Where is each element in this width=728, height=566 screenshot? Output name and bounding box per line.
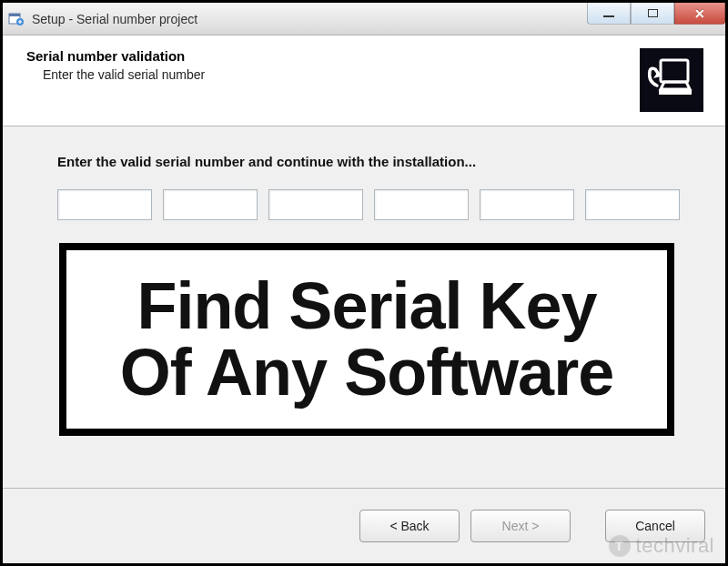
window-title: Setup - Serial number project: [32, 12, 197, 26]
overlay-caption: Find Serial Key Of Any Software: [59, 243, 674, 436]
serial-field-5[interactable]: [480, 189, 574, 220]
wizard-header-text: Serial number validation Enter the valid…: [26, 48, 205, 82]
wizard-header: Serial number validation Enter the valid…: [3, 35, 725, 126]
wizard-subheading: Enter the valid serial number: [43, 67, 205, 82]
svg-rect-4: [659, 89, 692, 95]
close-button[interactable]: ✕: [674, 3, 725, 25]
instruction-text: Enter the valid serial number and contin…: [57, 154, 680, 169]
svg-rect-1: [9, 14, 20, 16]
serial-field-1[interactable]: [57, 189, 152, 220]
back-button[interactable]: < Back: [359, 510, 460, 542]
next-button[interactable]: Next >: [470, 510, 571, 542]
watermark-icon: T: [609, 535, 631, 557]
overlay-line-2: Of Any Software: [120, 339, 613, 406]
serial-field-6[interactable]: [585, 189, 680, 220]
maximize-icon: [648, 9, 658, 17]
svg-rect-3: [661, 60, 688, 82]
serial-field-2[interactable]: [163, 189, 258, 220]
titlebar: Setup - Serial number project ✕: [3, 3, 725, 35]
wizard-heading: Serial number validation: [26, 48, 205, 64]
overlay-line-1: Find Serial Key: [136, 273, 596, 339]
watermark: T techviral: [609, 534, 714, 558]
window-controls: ✕: [587, 3, 725, 26]
serial-field-4[interactable]: [374, 189, 469, 220]
minimize-icon: [603, 15, 614, 17]
maximize-button[interactable]: [631, 3, 674, 25]
wizard-icon: [640, 48, 703, 112]
close-icon: ✕: [694, 6, 705, 21]
watermark-text: techviral: [636, 534, 714, 558]
minimize-button[interactable]: [587, 3, 631, 25]
serial-field-3[interactable]: [268, 189, 363, 220]
serial-input-row: [57, 189, 680, 220]
installer-icon: [8, 11, 25, 27]
